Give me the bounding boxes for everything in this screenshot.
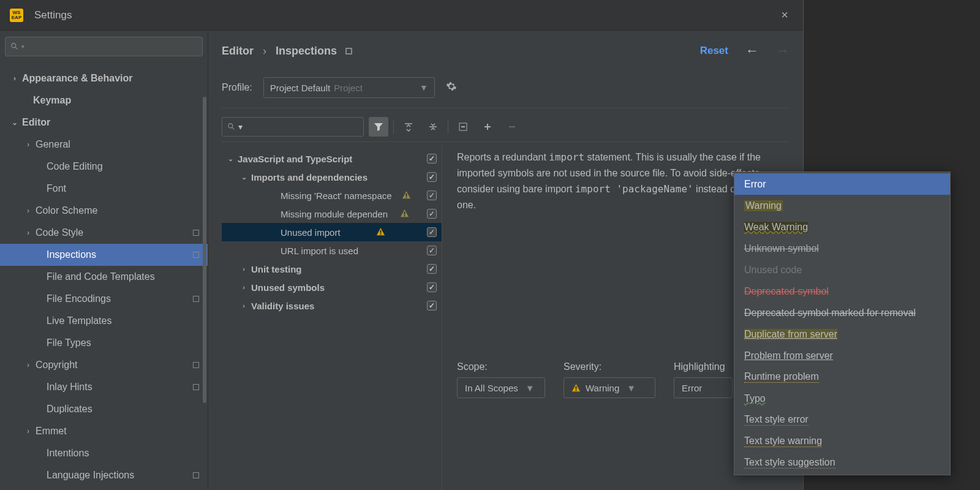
inspection-row[interactable]: ›Unused symbols — [222, 278, 442, 296]
search-history-dropdown[interactable]: ▾ — [238, 122, 243, 132]
inspection-row[interactable]: Unused import — [222, 223, 442, 241]
sidebar-item[interactable]: Duplicates — [0, 398, 208, 420]
inspection-checkbox[interactable] — [427, 246, 437, 255]
sidebar-item-label: General — [36, 139, 70, 150]
inspection-checkbox[interactable] — [427, 172, 437, 182]
expand-all-button[interactable] — [399, 117, 418, 137]
sidebar-item[interactable]: Font — [0, 178, 208, 200]
project-badge-icon — [193, 384, 199, 390]
sidebar-item[interactable]: ›Copyright — [0, 354, 208, 376]
reset-button[interactable]: Reset — [700, 45, 728, 57]
inspection-tree[interactable]: ⌄JavaScript and TypeScript⌄Imports and d… — [222, 146, 442, 490]
popup-item[interactable]: Unknown symbol — [734, 238, 950, 259]
popup-item-label: Problem from server — [744, 350, 833, 361]
inspection-row[interactable]: ›Unit testing — [222, 260, 442, 278]
inspection-checkbox[interactable] — [427, 301, 437, 311]
inspection-checkbox[interactable] — [427, 227, 437, 237]
popup-item[interactable]: Duplicate from server — [734, 323, 950, 345]
inspection-toolbar: ▾ — [222, 117, 790, 142]
breadcrumb-inspections: Inspections — [276, 45, 337, 57]
popup-item[interactable]: Error — [734, 173, 950, 195]
popup-item[interactable]: Text style suggestion — [734, 452, 950, 473]
inspection-label: Missing module dependen — [281, 209, 388, 219]
sidebar-item[interactable]: Language Injections — [0, 464, 208, 486]
remove-inspection-button[interactable] — [502, 117, 522, 137]
sidebar-item[interactable]: File Encodings — [0, 288, 208, 310]
svg-rect-11 — [404, 212, 405, 215]
chevron-icon: › — [24, 228, 32, 237]
inspection-checkbox[interactable] — [427, 190, 437, 200]
sidebar-item[interactable]: ›Color Scheme — [0, 200, 208, 222]
profile-gear-button[interactable] — [446, 81, 457, 95]
modified-indicator-icon — [345, 48, 352, 55]
app-icon: WSEAP — [10, 9, 23, 22]
profile-combo[interactable]: Project Default Project ▼ — [263, 77, 435, 98]
inspection-row[interactable]: ⌄JavaScript and TypeScript — [222, 149, 442, 168]
dialog-title: Settings — [34, 9, 72, 21]
add-inspection-button[interactable] — [478, 117, 497, 137]
settings-tree[interactable]: ›Appearance & BehaviorKeymap⌄Editor›Gene… — [0, 60, 208, 490]
severity-combo[interactable]: Warning ▼ — [564, 377, 655, 398]
close-button[interactable]: × — [776, 6, 793, 24]
sidebar-item[interactable]: ⌄Editor — [0, 111, 208, 134]
scrollbar-thumb[interactable] — [203, 97, 206, 403]
sidebar-item[interactable]: Keymap — [0, 89, 208, 111]
popup-item[interactable]: Text style error — [734, 409, 950, 431]
expand-icon — [404, 122, 413, 132]
popup-item[interactable]: Warning — [734, 195, 950, 216]
sidebar-item[interactable]: ›Appearance & Behavior — [0, 67, 208, 89]
sidebar-item[interactable]: Intentions — [0, 442, 208, 464]
profile-scope: Project — [334, 83, 363, 93]
inspection-row[interactable]: ›Validity issues — [222, 296, 442, 315]
sidebar-item-label: Font — [47, 183, 66, 194]
sidebar-item-label: File Encodings — [47, 293, 111, 304]
scope-combo[interactable]: In All Scopes ▼ — [457, 377, 545, 398]
sidebar-item[interactable]: ›Emmet — [0, 420, 208, 442]
collapse-all-button[interactable] — [423, 117, 443, 137]
sidebar-item[interactable]: Inlay Hints — [0, 376, 208, 398]
inspection-label: Imports and dependencies — [251, 172, 368, 183]
reset-defaults-button[interactable] — [453, 117, 473, 137]
popup-item[interactable]: Unused code — [734, 259, 950, 281]
popup-item[interactable]: Weak Warning — [734, 216, 950, 238]
project-badge-icon — [193, 296, 199, 302]
breadcrumb-editor[interactable]: Editor — [222, 45, 254, 57]
sidebar-item[interactable]: Inspections — [0, 244, 208, 266]
nav-back-button[interactable]: ← — [745, 43, 759, 59]
chevron-down-icon: ▼ — [627, 383, 636, 393]
sidebar-search-input[interactable]: ▾ — [5, 37, 203, 56]
search-history-dropdown[interactable]: ▾ — [21, 43, 24, 50]
inspection-row[interactable]: Missing module dependen — [222, 205, 442, 223]
popup-item[interactable]: Runtime problem — [734, 366, 950, 388]
sidebar-item[interactable]: Live Templates — [0, 310, 208, 332]
inspection-row[interactable]: URL import is used — [222, 241, 442, 260]
filter-icon — [374, 122, 383, 132]
sidebar-item[interactable]: File Types — [0, 332, 208, 354]
inspection-checkbox[interactable] — [427, 209, 437, 219]
inspection-search-input[interactable]: ▾ — [222, 117, 364, 137]
filter-button[interactable] — [369, 117, 388, 137]
highlighting-popup[interactable]: ErrorWarningWeak WarningUnknown symbolUn… — [734, 172, 951, 475]
popup-item[interactable]: Deprecated symbol — [734, 281, 950, 302]
chevron-icon: › — [24, 361, 32, 369]
sidebar-item-label: Appearance & Behavior — [22, 73, 133, 84]
popup-item-label: Text style warning — [744, 435, 822, 447]
svg-rect-13 — [380, 230, 382, 233]
inspection-checkbox[interactable] — [427, 154, 437, 164]
popup-item[interactable]: Text style warning — [734, 431, 950, 452]
highlighting-label: Highlighting — [674, 361, 733, 372]
popup-item[interactable]: Deprecated symbol marked for removal — [734, 302, 950, 323]
sidebar-item[interactable]: Code Editing — [0, 156, 208, 178]
sidebar-item[interactable]: ›Code Style — [0, 222, 208, 244]
popup-item[interactable]: Typo — [734, 388, 950, 409]
popup-item-label: Weak Warning — [744, 222, 808, 233]
inspection-row[interactable]: ⌄Imports and dependencies — [222, 168, 442, 186]
inspection-checkbox[interactable] — [427, 264, 437, 274]
highlighting-combo[interactable]: Error — [674, 377, 733, 398]
inspection-checkbox[interactable] — [427, 282, 437, 292]
sidebar-item[interactable]: ›General — [0, 134, 208, 156]
sidebar-item[interactable]: File and Code Templates — [0, 266, 208, 288]
inspection-row[interactable]: Missing 'React' namespace — [222, 186, 442, 205]
popup-item[interactable]: Problem from server — [734, 345, 950, 366]
inspection-label: Missing 'React' namespace — [281, 190, 392, 201]
